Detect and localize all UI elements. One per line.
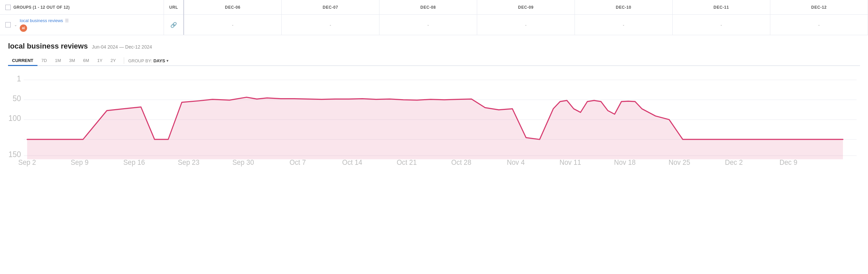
svg-text:Nov 18: Nov 18	[614, 158, 636, 166]
svg-text:Sep 9: Sep 9	[71, 158, 88, 166]
svg-text:Dec 9: Dec 9	[780, 158, 797, 166]
chart-title: local business reviews	[8, 42, 88, 51]
data-col-2: -	[379, 15, 477, 35]
dropdown-arrow-icon[interactable]: ▼	[166, 59, 169, 63]
item-name-row: local business reviews ☰	[20, 18, 69, 23]
time-btn-1m[interactable]: 1M	[51, 56, 65, 66]
svg-text:Oct 14: Oct 14	[342, 158, 362, 166]
svg-text:Oct 21: Oct 21	[397, 158, 417, 166]
date-col-header-dec09: DEC-09	[477, 0, 575, 15]
header-row: GROUPS (1 - 12 OUT OF 12) URL DEC-06DEC-…	[0, 0, 868, 15]
chart-date-range: Jun-04 2024 — Dec-12 2024	[92, 44, 152, 50]
date-col-header-dec06: DEC-06	[184, 0, 282, 15]
date-col-header-dec07: DEC-07	[282, 0, 379, 15]
note-icon[interactable]: ☰	[65, 18, 69, 23]
svg-text:Sep 23: Sep 23	[178, 158, 199, 166]
url-col-header: URL	[164, 0, 184, 15]
date-col-header-dec08: DEC-08	[379, 0, 477, 15]
date-col-header-dec10: DEC-10	[575, 0, 673, 15]
select-all-checkbox[interactable]	[5, 5, 11, 10]
svg-text:Sep 30: Sep 30	[232, 158, 254, 166]
chart-controls: CURRENT7D1M3M6M1Y2Y GROUP BY: DAYS ▼	[8, 56, 860, 66]
svg-text:Nov 25: Nov 25	[669, 158, 690, 166]
date-col-header-dec12: DEC-12	[770, 0, 868, 15]
item-name-wrap: local business reviews ☰ ai	[20, 18, 69, 32]
chart-section: local business reviews Jun-04 2024 — Dec…	[0, 35, 868, 172]
date-cols-header: DEC-06DEC-07DEC-08DEC-09DEC-10DEC-11DEC-…	[184, 0, 868, 15]
chart-title-row: local business reviews Jun-04 2024 — Dec…	[8, 42, 860, 51]
svg-text:Oct 28: Oct 28	[451, 158, 471, 166]
url-value-col: 🔗	[164, 15, 184, 35]
time-btn-2y[interactable]: 2Y	[106, 56, 120, 66]
ai-badge: ai	[20, 24, 27, 32]
svg-text:150: 150	[8, 150, 21, 159]
chart-area: 1 50 100 150 Sep 2 Sep 9 Sep 16 Sep 23 S…	[8, 73, 860, 166]
data-value-cols: -------	[184, 15, 868, 35]
svg-text:1: 1	[17, 74, 21, 83]
data-col-3: -	[477, 15, 575, 35]
time-btn-7d[interactable]: 7D	[37, 56, 51, 66]
time-btn-3m[interactable]: 3M	[65, 56, 79, 66]
divider	[124, 57, 124, 64]
link-icon[interactable]: 🔗	[170, 22, 177, 28]
svg-text:50: 50	[13, 94, 21, 103]
groups-cell: GROUPS (1 - 12 OUT OF 12)	[0, 0, 164, 15]
time-btn-1y[interactable]: 1Y	[93, 56, 106, 66]
chart-svg: 1 50 100 150 Sep 2 Sep 9 Sep 16 Sep 23 S…	[8, 73, 860, 166]
groups-label: GROUPS (1 - 12 OUT OF 12)	[13, 5, 70, 10]
group-by-dropdown[interactable]: DAYS	[153, 58, 165, 63]
data-col-0: -	[184, 15, 282, 35]
data-col-4: -	[575, 15, 673, 35]
svg-text:Nov 11: Nov 11	[559, 158, 581, 166]
data-col-6: -	[770, 15, 868, 35]
svg-text:Sep 2: Sep 2	[18, 158, 36, 166]
data-col-1: -	[282, 15, 379, 35]
item-name-link[interactable]: local business reviews	[20, 18, 63, 23]
svg-text:100: 100	[8, 114, 21, 123]
svg-text:Dec 2: Dec 2	[725, 158, 743, 166]
time-btn-6m[interactable]: 6M	[79, 56, 93, 66]
main-container: GROUPS (1 - 12 OUT OF 12) URL DEC-06DEC-…	[0, 0, 868, 274]
item-checkbox[interactable]	[5, 22, 11, 27]
chevron-icon[interactable]: ⌄	[14, 23, 17, 27]
svg-text:Sep 16: Sep 16	[123, 158, 145, 166]
group-by-label: GROUP BY:	[128, 58, 152, 63]
svg-text:Nov 4: Nov 4	[507, 158, 525, 166]
item-row: ⌄ local business reviews ☰ ai 🔗 -------	[0, 15, 868, 35]
date-col-header-dec11: DEC-11	[673, 0, 770, 15]
data-col-5: -	[673, 15, 770, 35]
svg-text:Oct 7: Oct 7	[289, 158, 306, 166]
time-btn-current[interactable]: CURRENT	[8, 56, 37, 66]
item-cell: ⌄ local business reviews ☰ ai	[0, 15, 164, 35]
